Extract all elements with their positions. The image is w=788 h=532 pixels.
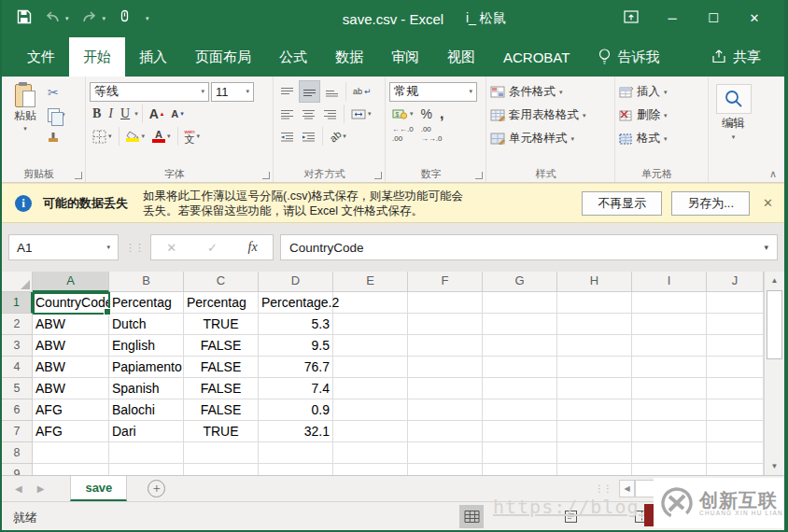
save-as-button[interactable]: 另存为... [671, 191, 750, 216]
align-middle-button[interactable] [299, 80, 320, 103]
cell-F8[interactable] [408, 442, 483, 464]
paste-dropdown-icon[interactable]: ▾ [23, 125, 27, 133]
cell-C1[interactable]: Percentag [184, 292, 259, 314]
cell-A5[interactable]: ABW [33, 378, 109, 399]
cell-D9[interactable] [259, 464, 333, 475]
cell-B5[interactable]: Spanish [109, 378, 184, 399]
cell-E9[interactable] [333, 464, 408, 475]
editing-dropdown-icon[interactable]: ▾ [732, 133, 736, 141]
column-header-C[interactable]: C [184, 272, 259, 292]
cell-I7[interactable] [632, 421, 707, 442]
formula-bar-input[interactable]: CountryCode ▾ [280, 234, 778, 260]
cell-C8[interactable] [184, 442, 259, 464]
comma-style-button[interactable]: , [437, 104, 446, 124]
cell-E4[interactable] [333, 357, 408, 378]
cell-I6[interactable] [632, 399, 707, 421]
cell-J8[interactable] [707, 442, 764, 464]
decrease-indent-button[interactable] [277, 126, 297, 147]
tell-me-box[interactable]: 告诉我 [584, 37, 673, 77]
format-as-table-button[interactable]: 套用表格格式▾ [490, 104, 611, 127]
name-box[interactable]: A1 ▾ [8, 234, 119, 260]
cancel-entry-icon[interactable]: ✕ [166, 241, 176, 255]
font-dialog-launcher[interactable] [262, 172, 270, 179]
column-header-H[interactable]: H [557, 272, 632, 292]
share-button[interactable]: 共享 [697, 37, 775, 77]
cell-J1[interactable] [707, 292, 764, 314]
cell-F5[interactable] [408, 378, 483, 399]
cell-A9[interactable] [33, 464, 109, 475]
increase-indent-button[interactable] [299, 126, 318, 147]
row-header-7[interactable]: 7 [2, 421, 33, 442]
grow-font-button[interactable]: A▴ [147, 104, 167, 124]
account-user[interactable]: i_ 松鼠 [466, 10, 506, 27]
cell-G1[interactable] [483, 292, 557, 314]
orientation-button[interactable]: ab▾ [327, 126, 349, 147]
scroll-up-icon[interactable]: ▲ [765, 272, 784, 289]
cell-J9[interactable] [707, 464, 764, 475]
cell-C4[interactable]: FALSE [184, 357, 259, 378]
number-dialog-launcher[interactable] [475, 172, 483, 179]
cell-H6[interactable] [557, 399, 632, 421]
align-bottom-button[interactable] [322, 81, 342, 102]
cell-E7[interactable] [333, 421, 408, 442]
tab-page-layout[interactable]: 页面布局 [181, 37, 265, 77]
cell-I2[interactable] [632, 314, 707, 335]
cell-H7[interactable] [557, 421, 632, 442]
column-header-B[interactable]: B [109, 272, 184, 292]
minimize-button[interactable]: ─ [652, 0, 693, 37]
cell-E1[interactable] [333, 292, 408, 314]
format-painter-button[interactable] [45, 127, 68, 147]
fill-color-button[interactable]: ▾ [123, 126, 148, 147]
bold-button[interactable]: B [90, 104, 104, 124]
cell-C2[interactable]: TRUE [184, 314, 259, 335]
row-header-9[interactable]: 9 [2, 464, 33, 475]
cell-B4[interactable]: Papiamento [109, 357, 184, 378]
cell-E8[interactable] [333, 442, 408, 464]
borders-button[interactable]: ▾ [90, 126, 115, 147]
cell-J7[interactable] [707, 421, 764, 442]
percent-style-button[interactable]: % [418, 104, 435, 124]
confirm-entry-icon[interactable]: ✓ [207, 241, 218, 255]
cell-H9[interactable] [557, 464, 632, 475]
dont-show-again-button[interactable]: 不再显示 [582, 191, 662, 216]
cell-C5[interactable]: FALSE [184, 378, 259, 399]
collapse-ribbon-icon[interactable]: ∧ [769, 168, 777, 180]
wrap-text-button[interactable]: ab↵ [350, 81, 374, 102]
cell-A1[interactable]: CountryCode [33, 292, 109, 314]
font-size-combo[interactable]: 11▾ [211, 82, 254, 102]
cell-D1[interactable]: Percentage.2 [259, 292, 333, 314]
row-header-6[interactable]: 6 [2, 399, 33, 421]
column-header-I[interactable]: I [632, 272, 707, 292]
cell-styles-button[interactable]: 单元格样式▾ [490, 127, 611, 150]
column-header-G[interactable]: G [483, 272, 557, 292]
cell-I5[interactable] [632, 378, 707, 399]
cell-G7[interactable] [483, 421, 557, 442]
cell-H8[interactable] [557, 442, 632, 464]
tab-scroll-splitter[interactable]: ⋮⋮ [595, 483, 612, 494]
row-header-5[interactable]: 5 [2, 378, 33, 399]
cell-J2[interactable] [707, 314, 764, 335]
align-center-button[interactable] [299, 104, 318, 124]
cell-I8[interactable] [632, 442, 707, 464]
select-all-corner[interactable] [2, 272, 33, 292]
cell-I4[interactable] [632, 357, 707, 378]
maximize-button[interactable]: ☐ [693, 0, 734, 37]
cell-B8[interactable] [109, 442, 184, 464]
cell-J4[interactable] [707, 357, 764, 378]
paste-button[interactable]: 粘贴 ▾ [6, 80, 45, 147]
italic-button[interactable]: I [106, 104, 116, 124]
merge-center-button[interactable]: ▾ [348, 104, 374, 124]
scroll-down-icon[interactable]: ▼ [765, 457, 784, 475]
cell-F1[interactable] [408, 292, 483, 314]
alignment-dialog-launcher[interactable] [374, 172, 382, 179]
column-header-J[interactable]: J [707, 272, 764, 292]
cell-H5[interactable] [557, 378, 632, 399]
cell-A7[interactable]: AFG [33, 421, 109, 442]
cell-G9[interactable] [483, 464, 557, 475]
row-header-8[interactable]: 8 [2, 442, 33, 464]
insert-function-icon[interactable]: fx [248, 240, 258, 255]
formula-bar-splitter[interactable]: ⋮⋮ [125, 242, 144, 254]
sheet-nav-right-icon[interactable]: ▶ [37, 483, 45, 494]
cell-H4[interactable] [557, 357, 632, 378]
cell-G6[interactable] [483, 399, 557, 421]
